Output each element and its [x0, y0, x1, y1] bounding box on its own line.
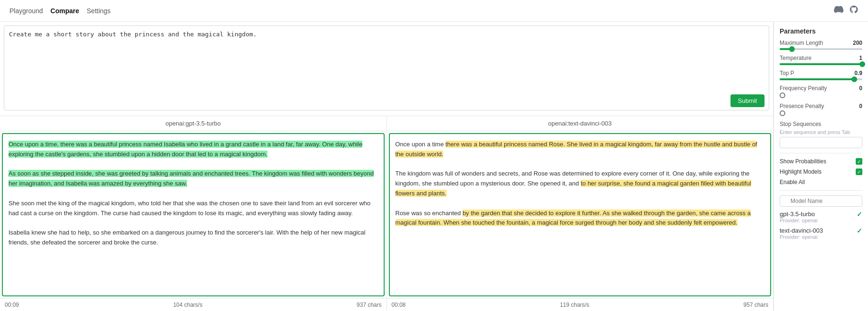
show-probabilities-checkbox[interactable]: ✓ — [856, 158, 862, 165]
prompt-area: Create me a short story about the prince… — [0, 22, 773, 116]
divider-2 — [780, 190, 862, 191]
stop-sequences-label: Stop Sequences — [780, 121, 862, 127]
output-speed-2: 119 chars/s — [560, 302, 589, 308]
model-header-2: openai:text-davinci-003 — [387, 116, 773, 131]
frequency-slider-circle[interactable] — [780, 92, 785, 98]
output-speed-1: 104 chars/s — [173, 302, 202, 308]
nav-settings[interactable]: Settings — [87, 7, 111, 15]
sidebar-title: Parameters — [780, 27, 862, 35]
model-list-item-2: text-davinci-003 Provider: openai ✓ — [780, 227, 862, 240]
model-header-1: openai:gpt-3.5-turbo — [0, 116, 387, 131]
top-p-label: Top P 0.9 — [780, 70, 862, 76]
model-search-input[interactable] — [780, 195, 862, 207]
frequency-label: Frequency Penalty 0 — [780, 85, 862, 92]
model-name-2: text-davinci-003 — [780, 227, 823, 234]
top-p-value: 0.9 — [854, 70, 862, 76]
output-panel-1: Once upon a time, there was a beautiful … — [0, 131, 387, 311]
model-info-2: text-davinci-003 Provider: openai — [780, 227, 823, 240]
output-chars-2: 957 chars — [743, 302, 768, 308]
model-list-item-1: gpt-3.5-turbo Provider: openai ✓ — [780, 210, 862, 223]
output-panel-2: Once upon a time there was a beautiful p… — [387, 131, 773, 311]
output-time-1: 00:09 — [5, 302, 19, 308]
output-footer-1: 00:09 104 chars/s 937 chars — [0, 298, 387, 311]
discord-icon[interactable] — [834, 5, 843, 17]
stop-sequences-input[interactable] — [780, 137, 862, 148]
enable-all-row: Enable All — [780, 179, 862, 185]
presence-label: Presence Penalty 0 — [780, 103, 862, 109]
show-probabilities-row: Show Probabilities ✓ — [780, 158, 862, 165]
output-text-2: Once upon a time there was a beautiful p… — [389, 133, 772, 296]
temperature-thumb[interactable] — [859, 61, 865, 67]
submit-button[interactable]: Submit — [730, 94, 765, 107]
output-segment: Once upon a time, there was a beautiful … — [9, 141, 362, 158]
output-segment: She soon met the king of the magical kin… — [9, 200, 370, 217]
output-segment: there was a beautiful princess named Ros… — [395, 141, 757, 158]
top-p-thumb[interactable] — [851, 76, 857, 82]
model-name-1: gpt-3.5-turbo — [780, 210, 817, 218]
model-check-2[interactable]: ✓ — [857, 227, 862, 235]
show-probabilities-label: Show Probabilities — [780, 158, 826, 165]
models-row: openai:gpt-3.5-turbo openai:text-davinci… — [0, 116, 773, 131]
highlight-models-label: Highlight Models — [780, 168, 822, 175]
max-length-label: Maximum Length 200 — [780, 40, 862, 46]
output-panels: Once upon a time, there was a beautiful … — [0, 131, 773, 311]
github-icon[interactable] — [849, 5, 859, 17]
nav-compare[interactable]: Compare — [51, 7, 79, 15]
model-check-1[interactable]: ✓ — [857, 210, 862, 218]
max-length-value: 200 — [853, 40, 862, 46]
output-segment: As soon as she stepped inside, she was g… — [9, 170, 374, 187]
output-footer-2: 00:08 119 chars/s 957 chars — [387, 298, 773, 311]
right-sidebar: Parameters Maximum Length 200 Temperatur… — [773, 22, 868, 311]
output-chars-1: 937 chars — [357, 302, 382, 308]
temperature-slider-track[interactable] — [780, 63, 862, 65]
enable-all-label: Enable All — [780, 179, 805, 185]
presence-value: 0 — [859, 103, 862, 109]
highlight-models-checkbox[interactable]: ✓ — [856, 168, 862, 175]
max-length-thumb[interactable] — [789, 46, 795, 52]
highlight-models-row: Highlight Models ✓ — [780, 168, 862, 175]
nav-playground[interactable]: Playground — [9, 7, 43, 15]
frequency-value: 0 — [859, 85, 862, 92]
output-segment: Once upon a time — [395, 141, 446, 148]
top-nav: Playground Compare Settings — [0, 0, 868, 22]
presence-slider-circle[interactable] — [780, 110, 785, 116]
stop-sequences-hint: Enter sequence and press Tab — [780, 129, 862, 135]
output-segment: Rose was so enchanted — [395, 210, 463, 217]
temperature-value: 1 — [859, 55, 862, 61]
output-segment: Isabella knew she had to help, so she em… — [9, 229, 365, 246]
divider-1 — [780, 153, 862, 153]
output-text-1: Once upon a time, there was a beautiful … — [2, 133, 385, 296]
model-search-row: ⊞ — [780, 195, 862, 207]
top-p-fill — [780, 78, 854, 80]
prompt-input[interactable]: Create me a short story about the prince… — [4, 25, 769, 110]
model-provider-2: Provider: openai — [780, 234, 823, 240]
main-layout: Create me a short story about the prince… — [0, 22, 868, 311]
temperature-label: Temperature 1 — [780, 55, 862, 61]
content-area: Create me a short story about the prince… — [0, 22, 773, 311]
output-time-2: 00:08 — [392, 302, 406, 308]
temperature-fill — [780, 63, 862, 65]
model-provider-1: Provider: openai — [780, 218, 817, 223]
nav-icons — [834, 5, 859, 17]
model-info-1: gpt-3.5-turbo Provider: openai — [780, 210, 817, 223]
max-length-slider-track[interactable] — [780, 48, 862, 50]
top-p-slider-track[interactable] — [780, 78, 862, 80]
